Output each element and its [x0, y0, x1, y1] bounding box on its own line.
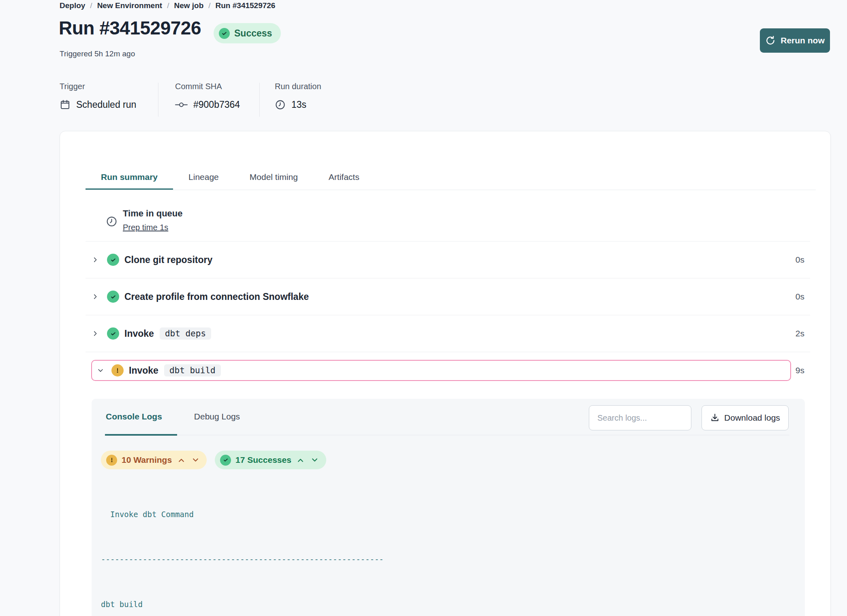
warning-icon	[111, 364, 124, 376]
run-tabs: Run summary Lineage Model timing Artifac…	[86, 165, 816, 190]
step-title: Invoke	[124, 328, 154, 339]
warnings-badge-label: 10 Warnings	[122, 455, 172, 465]
next-warning-button[interactable]	[190, 455, 200, 465]
tab-model-timing[interactable]: Model timing	[234, 165, 313, 190]
commit-icon	[175, 102, 188, 108]
log-command: dbt build	[101, 597, 787, 612]
breadcrumb-current-run: Run #341529726	[216, 0, 276, 11]
breadcrumb-deploy[interactable]: Deploy	[60, 0, 85, 11]
tab-console-logs[interactable]: Console Logs	[105, 399, 177, 436]
triggered-timestamp: Triggered 5h 12m ago	[60, 49, 135, 58]
previous-warning-button[interactable]	[176, 455, 186, 465]
clock-icon	[275, 99, 286, 110]
meta-trigger: Trigger Scheduled run	[60, 82, 136, 110]
calendar-icon	[60, 99, 71, 110]
commit-value: #900b7364	[193, 99, 240, 110]
run-summary-card: Run summary Lineage Model timing Artifac…	[60, 131, 831, 616]
warnings-badge[interactable]: 10 Warnings	[101, 451, 207, 469]
tab-lineage[interactable]: Lineage	[173, 165, 234, 190]
step-title: Invoke	[129, 365, 158, 376]
previous-success-button[interactable]	[296, 455, 306, 465]
step-create-profile[interactable]: Create profile from connection Snowflake…	[86, 278, 810, 315]
logs-panel: Console Logs Debug Logs Download logs 10…	[92, 399, 805, 616]
breadcrumb: Deploy / New Environment / New job / Run…	[60, 0, 275, 11]
duration-label: Run duration	[275, 82, 321, 91]
step-duration: 9s	[796, 366, 804, 375]
tab-debug-logs[interactable]: Debug Logs	[177, 399, 244, 436]
warning-icon	[106, 455, 117, 466]
breadcrumb-separator: /	[90, 0, 92, 11]
successes-badge-label: 17 Successes	[235, 455, 291, 465]
next-success-button[interactable]	[310, 455, 320, 465]
meta-duration: Run duration 13s	[275, 82, 321, 110]
success-check-icon	[107, 291, 119, 303]
step-duration: 0s	[796, 255, 810, 265]
run-steps-list: Clone git repository 0s Create profile f…	[86, 242, 810, 398]
step-invoke-dbt-build: Invoke dbt build 9s	[86, 352, 810, 398]
download-icon	[710, 413, 720, 423]
breadcrumb-separator: /	[167, 0, 169, 11]
meta-divider	[259, 83, 260, 117]
chevron-right-icon[interactable]	[92, 256, 99, 263]
breadcrumb-environment[interactable]: New Environment	[97, 0, 162, 11]
trigger-value: Scheduled run	[76, 99, 136, 110]
chevron-right-icon[interactable]	[92, 330, 99, 337]
chevron-right-icon[interactable]	[92, 293, 99, 300]
step-invoke-dbt-build-row[interactable]: Invoke dbt build	[91, 360, 791, 381]
step-command-chip: dbt deps	[160, 327, 211, 340]
trigger-label: Trigger	[60, 82, 136, 91]
duration-value: 13s	[291, 99, 306, 110]
console-log-output: Invoke dbt Command ---------------------…	[101, 477, 787, 616]
tab-artifacts[interactable]: Artifacts	[313, 165, 375, 190]
search-logs-input[interactable]	[589, 405, 691, 430]
status-badge-label: Success	[234, 28, 272, 39]
breadcrumb-job[interactable]: New job	[174, 0, 203, 11]
time-in-queue-section: Time in queue Prep time 1s	[86, 192, 810, 242]
run-detail-page: Deploy / New Environment / New job / Run…	[0, 0, 847, 616]
success-check-icon	[107, 254, 119, 266]
meta-commit: Commit SHA #900b7364	[175, 82, 240, 110]
successes-badge[interactable]: 17 Successes	[215, 451, 326, 469]
step-title: Clone git repository	[124, 255, 212, 265]
success-check-icon	[220, 455, 231, 466]
log-command-separator: ----------------------------------------…	[101, 552, 787, 567]
step-invoke-dbt-deps[interactable]: Invoke dbt deps 2s	[86, 315, 810, 352]
page-title: Run #341529726	[59, 17, 201, 39]
step-duration: 2s	[796, 329, 810, 338]
rerun-icon	[765, 35, 776, 46]
rerun-button-label: Rerun now	[781, 36, 825, 45]
step-title: Create profile from connection Snowflake	[124, 291, 309, 302]
success-check-icon	[219, 28, 230, 39]
success-check-icon	[107, 327, 119, 340]
rerun-now-button[interactable]: Rerun now	[760, 28, 830, 53]
prep-time-link[interactable]: Prep time 1s	[123, 223, 168, 232]
clock-icon	[106, 216, 118, 229]
commit-label: Commit SHA	[175, 82, 240, 91]
step-duration: 0s	[796, 292, 810, 302]
download-logs-label: Download logs	[724, 413, 780, 423]
status-badge: Success	[214, 23, 281, 43]
tab-run-summary[interactable]: Run summary	[86, 165, 173, 190]
log-filter-badges: 10 Warnings 17 Successes	[101, 451, 326, 469]
breadcrumb-separator: /	[208, 0, 210, 11]
download-logs-button[interactable]: Download logs	[702, 405, 789, 430]
meta-divider	[158, 83, 158, 117]
step-command-chip: dbt build	[164, 364, 221, 376]
time-in-queue-title: Time in queue	[123, 208, 183, 219]
log-command-header: Invoke dbt Command	[101, 507, 787, 522]
chevron-down-icon[interactable]	[97, 367, 104, 374]
step-clone-git-repository[interactable]: Clone git repository 0s	[86, 242, 810, 278]
